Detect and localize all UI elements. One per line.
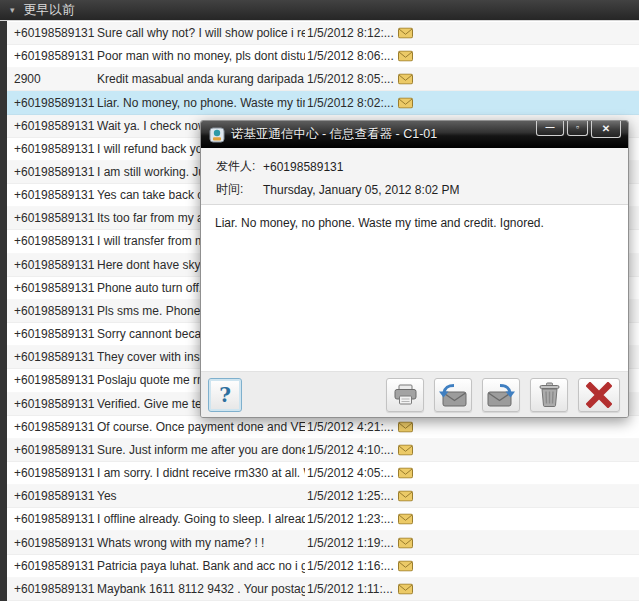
- group-header-label: 更早以前: [24, 2, 75, 19]
- envelope-icon: [398, 51, 413, 62]
- maximize-button[interactable]: ▫: [567, 121, 588, 136]
- envelope-icon: [398, 491, 413, 502]
- row-timestamp: 1/5/2012 8:12:...: [307, 26, 395, 40]
- row-timestamp: 1/5/2012 1:25:...: [307, 489, 395, 503]
- row-phone: +60198589131: [14, 582, 97, 596]
- message-info-section: 发件人: +60198589131 时间: Thursday, January …: [201, 148, 628, 205]
- message-row[interactable]: +60198589131 I offline already. Going to…: [7, 508, 639, 531]
- message-row[interactable]: +60198589131 Of course. Once payment don…: [7, 416, 639, 439]
- row-phone: +60198589131: [14, 281, 97, 295]
- delete-button[interactable]: [530, 378, 568, 412]
- message-row[interactable]: +60198589131 Patricia paya luhat. Bank a…: [7, 555, 639, 578]
- action-buttons-group: [386, 378, 620, 412]
- row-phone: +60198589131: [14, 536, 97, 550]
- envelope-icon: [398, 583, 413, 594]
- row-message-preview: Poor man with no money, pls dont disturb…: [97, 49, 305, 63]
- row-message-preview: Patricia paya luhat. Bank and acc no i g…: [97, 559, 305, 573]
- row-phone: +60198589131: [14, 304, 97, 318]
- forward-icon: [486, 382, 516, 408]
- envelope-icon: [398, 514, 413, 525]
- row-phone: 2900: [14, 72, 97, 86]
- row-phone: +60198589131: [14, 373, 97, 387]
- envelope-icon: [398, 468, 413, 479]
- row-message-preview: Sure call why not? I will show police i …: [97, 26, 305, 40]
- row-message-preview: Whats wrong with my name? ! !: [97, 536, 305, 550]
- sender-label: 发件人:: [216, 158, 263, 175]
- row-message-preview: I am sorry. I didnt receive rm330 at all…: [97, 466, 305, 480]
- row-message-preview: Maybank 1611 8112 9432 . Your postage ad…: [97, 582, 305, 596]
- row-phone: +60198589131: [14, 443, 97, 457]
- row-message-preview: Yes: [97, 489, 305, 503]
- collapse-arrow-icon[interactable]: ▾: [10, 5, 15, 15]
- row-phone: +60198589131: [14, 26, 97, 40]
- envelope-icon: [398, 74, 413, 85]
- row-message-preview: I offline already. Going to sleep. I alr…: [97, 512, 305, 526]
- minimize-button[interactable]: —: [536, 121, 564, 136]
- dialog-title: 诺基亚通信中心 - 信息查看器 - C1-01: [231, 126, 437, 143]
- row-message-preview: Sure. Just inform me after you are done.…: [97, 443, 305, 457]
- message-viewer-dialog: 诺基亚通信中心 - 信息查看器 - C1-01 — ▫ ✕ 发件人: +6019…: [200, 120, 629, 418]
- row-phone: +60198589131: [14, 119, 97, 133]
- row-phone: +60198589131: [14, 512, 97, 526]
- message-row[interactable]: +60198589131 Sure. Just inform me after …: [7, 439, 639, 462]
- group-header-earlier[interactable]: ▾ 更早以前: [0, 0, 639, 21]
- row-phone: +60198589131: [14, 188, 97, 202]
- trash-icon: [538, 382, 561, 407]
- row-timestamp: 1/5/2012 4:10:...: [307, 443, 395, 457]
- time-value: Thursday, January 05, 2012 8:02 PM: [263, 183, 460, 197]
- message-row[interactable]: +60198589131 Maybank 1611 8112 9432 . Yo…: [7, 578, 639, 601]
- envelope-icon: [398, 421, 413, 432]
- row-phone: +60198589131: [14, 327, 97, 341]
- app-icon: [209, 127, 225, 143]
- row-phone: +60198589131: [14, 397, 97, 411]
- row-timestamp: 1/5/2012 1:23:...: [307, 512, 395, 526]
- row-phone: +60198589131: [14, 211, 97, 225]
- row-message-preview: Kredit masabual anda kurang daripada RM2…: [97, 72, 305, 86]
- row-message-preview: Liar. No money, no phone. Waste my time …: [97, 96, 305, 110]
- help-button[interactable]: ?: [208, 378, 242, 412]
- row-phone: +60198589131: [14, 165, 97, 179]
- time-row: 时间: Thursday, January 05, 2012 8:02 PM: [216, 178, 628, 201]
- message-row[interactable]: +60198589131 Liar. No money, no phone. W…: [7, 91, 639, 114]
- message-row[interactable]: +60198589131 Poor man with no money, pls…: [7, 45, 639, 68]
- print-button[interactable]: [386, 378, 424, 412]
- message-row[interactable]: +60198589131 Sure call why not? I will s…: [7, 22, 639, 45]
- row-phone: +60198589131: [14, 559, 97, 573]
- row-phone: +60198589131: [14, 350, 97, 364]
- forward-button[interactable]: [482, 378, 520, 412]
- time-label: 时间:: [216, 181, 263, 198]
- row-timestamp: 1/5/2012 1:11:...: [307, 582, 395, 596]
- reply-button[interactable]: [434, 378, 472, 412]
- window-controls: — ▫ ✕: [536, 121, 621, 138]
- row-timestamp: 1/5/2012 4:05:...: [307, 466, 395, 480]
- printer-icon: [393, 384, 418, 405]
- envelope-icon: [398, 444, 413, 455]
- close-window-button[interactable]: ✕: [591, 121, 621, 138]
- row-phone: +60198589131: [14, 489, 97, 503]
- row-phone: +60198589131: [14, 466, 97, 480]
- row-timestamp: 1/5/2012 8:06:...: [307, 49, 395, 63]
- dialog-toolbar: ?: [201, 372, 628, 417]
- message-row[interactable]: +60198589131 I am sorry. I didnt receive…: [7, 462, 639, 485]
- envelope-icon: [398, 97, 413, 108]
- message-row[interactable]: +60198589131 Yes 1/5/2012 1:25:...: [7, 485, 639, 508]
- message-row[interactable]: 2900 Kredit masabual anda kurang daripad…: [7, 68, 639, 91]
- nokia-pc-suite-messages-screen: ▾ 更早以前 +60198589131 Sure call why not? I…: [0, 0, 639, 601]
- close-x-icon: [586, 382, 612, 408]
- row-phone: +60198589131: [14, 96, 97, 110]
- message-body: Liar. No money, no phone. Waste my time …: [201, 205, 628, 372]
- sender-value: +60198589131: [263, 160, 343, 174]
- row-phone: +60198589131: [14, 258, 97, 272]
- close-message-button[interactable]: [578, 378, 620, 412]
- row-message-preview: Of course. Once payment done and VERIFIE…: [97, 420, 305, 434]
- left-edge-strip: [0, 21, 7, 601]
- dialog-titlebar[interactable]: 诺基亚通信中心 - 信息查看器 - C1-01 — ▫ ✕: [201, 121, 628, 148]
- row-phone: +60198589131: [14, 49, 97, 63]
- row-phone: +60198589131: [14, 142, 97, 156]
- message-row[interactable]: +60198589131 Whats wrong with my name? !…: [7, 531, 639, 554]
- row-timestamp: 1/5/2012 1:16:...: [307, 559, 395, 573]
- row-phone: +60198589131: [14, 234, 97, 248]
- sender-row: 发件人: +60198589131: [216, 155, 628, 178]
- reply-icon: [438, 382, 468, 408]
- envelope-icon: [398, 537, 413, 548]
